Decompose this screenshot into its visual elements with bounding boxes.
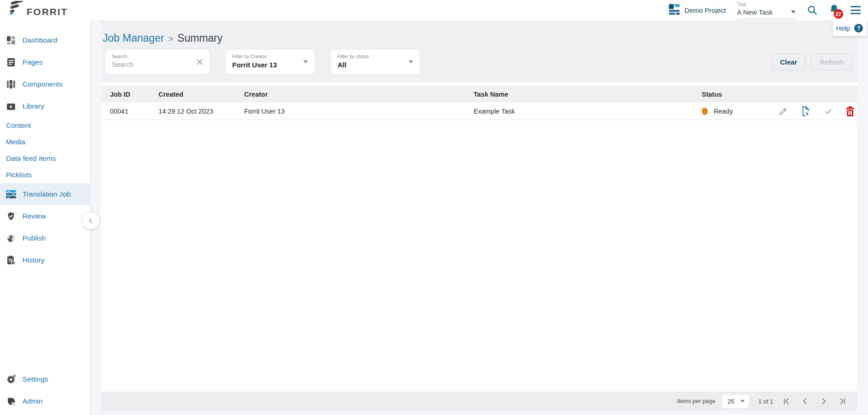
search-input[interactable] — [112, 60, 190, 68]
sidebar-item-review[interactable]: Review — [0, 205, 90, 227]
sidebar-item-label: Components — [22, 80, 63, 88]
library-icon — [6, 102, 16, 110]
trash-icon — [846, 106, 855, 117]
sidebar-item-media[interactable]: Media — [0, 134, 90, 150]
dashboard-icon — [6, 36, 16, 45]
settings-icon — [6, 375, 16, 384]
forrit-logo-text: FORRIT — [27, 6, 68, 17]
chevron-left-icon — [86, 216, 95, 225]
column-header-job-id: Job ID — [110, 91, 158, 98]
sidebar-item-translation-job[interactable]: Translation Job — [0, 183, 90, 205]
open-job-file-button[interactable] — [801, 106, 811, 117]
sidebar-item-library[interactable]: Library — [0, 95, 90, 117]
sidebar-item-pages[interactable]: Pages — [0, 51, 90, 73]
sidebar-item-label: Pages — [22, 58, 43, 66]
clear-button[interactable]: Clear — [772, 54, 806, 70]
sidebar-item-content[interactable]: Content — [0, 117, 90, 134]
sidebar-item-admin[interactable]: Admin — [0, 390, 90, 412]
hamburger-icon — [851, 6, 861, 7]
sidebar-item-label: Dashboard — [22, 36, 57, 44]
items-per-page-select[interactable]: 25 — [722, 395, 749, 408]
creator-filter-value: Forrit User 13 — [232, 61, 309, 69]
search-field-label: Search — [112, 54, 204, 59]
pages-icon — [6, 58, 16, 67]
chevron-down-icon — [791, 11, 796, 13]
sidebar-item-publish[interactable]: Publish — [0, 227, 90, 249]
sidebar-item-data-feed-items[interactable]: Data feed items — [0, 150, 90, 167]
forrit-logo-icon — [6, 1, 26, 19]
pagination-bar: Items per page 25 1 of 1 — [101, 392, 857, 411]
complete-job-button[interactable] — [823, 106, 833, 116]
clear-search-button[interactable] — [196, 58, 204, 68]
sidebar-item-label: Library — [22, 102, 44, 110]
project-grid-icon — [669, 4, 680, 16]
pencil-icon — [778, 106, 788, 116]
first-page-button[interactable] — [778, 396, 796, 406]
chevron-down-icon — [409, 60, 413, 63]
status-filter-label: Filter by status — [338, 54, 414, 59]
sidebar-item-label: Content — [6, 121, 31, 130]
creator-filter-select[interactable]: Filter by Creator Forrit User 13 — [226, 50, 314, 74]
status-filter-value: All — [338, 61, 414, 69]
creator-filter-label: Filter by Creator — [232, 54, 309, 59]
sidebar-item-label: Admin — [22, 397, 43, 405]
sidebar-item-label: History — [22, 256, 44, 264]
forrit-logo[interactable]: FORRIT — [6, 1, 68, 19]
chevron-right-icon — [819, 396, 829, 406]
chevron-down-icon — [303, 60, 308, 63]
task-select-label: Task — [737, 2, 796, 7]
delete-job-button[interactable] — [846, 106, 855, 117]
edit-job-button[interactable] — [778, 106, 788, 116]
status-filter-select[interactable]: Filter by status All — [331, 50, 420, 74]
task-select-value: A New Task — [737, 8, 773, 16]
sidebar-item-history[interactable]: History — [0, 249, 90, 271]
admin-icon — [6, 397, 16, 406]
breadcrumb: Job Manager > Summary — [103, 32, 857, 44]
status-badge: Ready — [714, 108, 733, 115]
column-header-creator: Creator — [244, 91, 474, 98]
task-select[interactable]: Task A New Task — [737, 1, 796, 19]
cell-status: Ready — [702, 108, 775, 115]
jobs-table: Job ID Created Creator Task Name Status … — [101, 82, 857, 392]
svg-text:?: ? — [857, 25, 861, 32]
search-button[interactable] — [807, 5, 818, 16]
cell-created: 14:29 12 Oct 2023 — [158, 108, 244, 115]
close-icon — [196, 58, 204, 66]
app-header: FORRIT Demo Project Task A New Task — [0, 0, 868, 20]
project-switcher[interactable]: Demo Project — [669, 4, 726, 16]
sidebar: Dashboard Pages Components — [0, 20, 91, 415]
sidebar-item-label: Data feed items — [6, 154, 56, 163]
sidebar-item-picklists[interactable]: Picklists — [0, 167, 90, 183]
sidebar-collapse-button[interactable] — [82, 212, 99, 229]
sidebar-item-dashboard[interactable]: Dashboard — [0, 29, 90, 51]
breadcrumb-summary: Summary — [177, 32, 222, 44]
sidebar-item-label: Picklists — [6, 171, 32, 179]
notifications-button[interactable]: 27 — [829, 4, 840, 16]
breadcrumb-job-manager[interactable]: Job Manager — [103, 32, 164, 44]
sidebar-item-label: Review — [22, 212, 46, 220]
column-header-task-name: Task Name — [474, 91, 702, 98]
previous-page-button[interactable] — [796, 396, 814, 406]
translation-job-icon — [6, 190, 16, 199]
next-page-button[interactable] — [814, 396, 833, 406]
main-content: Job Manager > Summary Search Filter by C… — [91, 20, 868, 415]
publish-icon — [6, 234, 16, 243]
components-icon — [6, 80, 16, 89]
menu-button[interactable] — [851, 6, 861, 14]
notification-count-badge: 27 — [834, 9, 843, 19]
last-page-icon — [837, 396, 847, 406]
cell-task-name: Example Task — [474, 108, 702, 115]
sidebar-item-label: Translation Job — [22, 190, 71, 198]
search-icon — [807, 5, 818, 16]
last-page-button[interactable] — [833, 396, 851, 406]
table-row[interactable]: 00041 14:29 12 Oct 2023 Forrit User 13 E… — [101, 103, 857, 120]
help-question-icon: ? — [854, 23, 863, 33]
sidebar-item-components[interactable]: Components — [0, 73, 90, 95]
review-icon — [6, 212, 16, 221]
sidebar-item-label: Publish — [22, 234, 46, 242]
help-menu-item[interactable]: Help ? — [833, 20, 867, 36]
sidebar-item-label: Media — [6, 138, 25, 146]
sidebar-item-settings[interactable]: Settings — [0, 368, 90, 390]
refresh-button[interactable]: Refresh — [811, 54, 852, 70]
cell-job-id: 00041 — [110, 108, 158, 115]
